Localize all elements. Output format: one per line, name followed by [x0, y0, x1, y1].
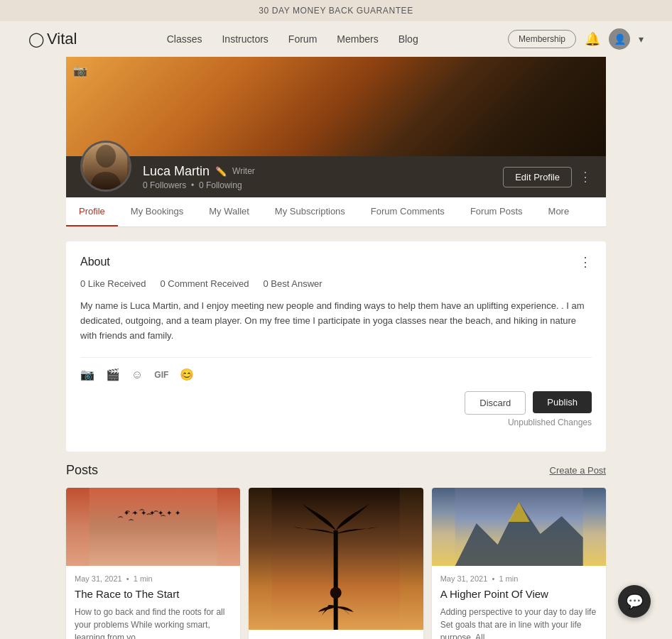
post-image-3	[432, 488, 606, 566]
profile-bar: Luca Martin ✏️ Writer 0 Followers • 0 Fo…	[66, 156, 606, 197]
nav-links: Classes Instructors Forum Members Blog	[167, 33, 418, 45]
video-toolbar-icon[interactable]: 🎬	[106, 368, 120, 381]
chevron-down-icon[interactable]: ▾	[639, 33, 644, 45]
profile-role: Writer	[232, 166, 255, 176]
likes-received: 0 Like Received	[80, 278, 146, 289]
publish-button[interactable]: Publish	[533, 391, 592, 413]
banner-text: 30 DAY MONEY BACK GUARANTEE	[259, 6, 413, 16]
cover-gradient	[66, 57, 606, 156]
post-meta: May 31, 2021 • 1 min	[75, 574, 232, 583]
post-excerpt: How to go back and find the roots for al…	[75, 606, 232, 639]
emoji-toolbar-icon[interactable]: ☺	[131, 368, 143, 381]
profile-actions: Edit Profile ⋮	[503, 167, 592, 187]
tab-my-bookings[interactable]: My Bookings	[118, 197, 196, 226]
post-title: The Race to The Start	[75, 587, 232, 601]
logo-text: Vital	[47, 30, 77, 48]
sticker-toolbar-icon[interactable]: 😊	[180, 368, 194, 381]
post-body: May 31, 2021 • 1 min Inner Self: 5 Ways …	[249, 630, 423, 639]
profile-info: Luca Martin ✏️ Writer 0 Followers • 0 Fo…	[143, 164, 492, 190]
nav-members[interactable]: Members	[337, 33, 378, 45]
membership-button[interactable]: Membership	[508, 30, 576, 48]
best-answer: 0 Best Answer	[264, 278, 323, 289]
gif-toolbar-button[interactable]: GIF	[154, 370, 168, 380]
profile-name: Luca Martin ✏️ Writer	[143, 164, 492, 179]
posts-section: Posts Create a Post	[66, 463, 606, 639]
tab-my-subscriptions[interactable]: My Subscriptions	[262, 197, 358, 226]
tab-forum-posts[interactable]: Forum Posts	[457, 197, 536, 226]
profile-container: 📷 Luca	[66, 57, 606, 639]
post-card: May 31, 2021 • 1 min The Race to The Sta…	[66, 488, 240, 639]
chat-fab-button[interactable]: 💬	[618, 585, 651, 618]
post-excerpt: Adding perspective to your day to day li…	[440, 606, 597, 639]
edit-profile-button[interactable]: Edit Profile	[503, 167, 572, 187]
about-bio: My name is Luca Martin, and I enjoy meet…	[80, 299, 592, 343]
nav-blog[interactable]: Blog	[399, 33, 418, 45]
action-row: Discard Publish	[80, 391, 592, 415]
svg-point-1	[96, 145, 116, 168]
main-nav: ◯ Vital Classes Instructors Forum Member…	[0, 21, 672, 57]
posts-grid: May 31, 2021 • 1 min The Race to The Sta…	[66, 488, 606, 639]
about-section: About ⋮ 0 Like Received 0 Comment Receiv…	[66, 241, 606, 452]
tab-my-wallet[interactable]: My Wallet	[196, 197, 262, 226]
about-more-icon[interactable]: ⋮	[579, 254, 592, 270]
post-card: May 31, 2021 • 1 min Inner Self: 5 Ways …	[249, 488, 423, 639]
tab-forum-comments[interactable]: Forum Comments	[358, 197, 457, 226]
tab-more[interactable]: More	[536, 197, 582, 226]
profile-stats: 0 Followers • 0 Following	[143, 180, 492, 190]
editor-toolbar: 📷 🎬 ☺ GIF 😊	[80, 357, 592, 381]
post-image-2	[249, 488, 423, 630]
about-title: About	[80, 256, 110, 268]
chat-icon: 💬	[626, 593, 644, 610]
nav-forum[interactable]: Forum	[288, 33, 317, 45]
svg-rect-2	[90, 488, 217, 566]
avatar-image	[82, 143, 129, 190]
profile-more-icon[interactable]: ⋮	[579, 169, 592, 185]
bell-icon[interactable]: 🔔	[585, 31, 600, 47]
profile-avatar	[80, 141, 131, 192]
cover-camera-icon[interactable]: 📷	[73, 64, 87, 77]
cover-image: 📷	[66, 57, 606, 156]
post-body: May 31, 2021 • 1 min The Race to The Sta…	[66, 566, 240, 639]
profile-content: About ⋮ 0 Like Received 0 Comment Receiv…	[66, 227, 606, 639]
logo-icon: ◯	[28, 31, 44, 48]
logo[interactable]: ◯ Vital	[28, 30, 77, 48]
image-toolbar-icon[interactable]: 📷	[80, 368, 94, 381]
post-meta: May 31, 2021 • 1 min	[440, 574, 597, 583]
create-post-link[interactable]: Create a Post	[550, 465, 607, 476]
about-stats-row: 0 Like Received 0 Comment Received 0 Bes…	[80, 278, 592, 289]
nav-instructors[interactable]: Instructors	[222, 33, 268, 45]
post-card: May 31, 2021 • 1 min A Higher Point Of V…	[432, 488, 606, 639]
top-banner: 30 DAY MONEY BACK GUARANTEE	[0, 0, 672, 21]
post-body: May 31, 2021 • 1 min A Higher Point Of V…	[432, 566, 606, 639]
about-header: About ⋮	[80, 254, 592, 270]
unpublished-note: Unpublished Changes	[80, 417, 592, 427]
discard-button[interactable]: Discard	[465, 391, 526, 415]
comments-received: 0 Comment Received	[161, 278, 249, 289]
post-title: A Higher Point Of View	[440, 587, 597, 601]
edit-name-icon[interactable]: ✏️	[215, 166, 227, 177]
tab-profile[interactable]: Profile	[66, 197, 118, 226]
profile-tabs: Profile My Bookings My Wallet My Subscri…	[66, 197, 606, 227]
post-image-1	[66, 488, 240, 566]
svg-point-5	[330, 587, 342, 599]
posts-title: Posts	[66, 463, 98, 478]
user-avatar-nav[interactable]: 👤	[609, 28, 630, 50]
nav-right: Membership 🔔 👤 ▾	[508, 28, 644, 50]
posts-header: Posts Create a Post	[66, 463, 606, 478]
nav-classes[interactable]: Classes	[167, 33, 202, 45]
